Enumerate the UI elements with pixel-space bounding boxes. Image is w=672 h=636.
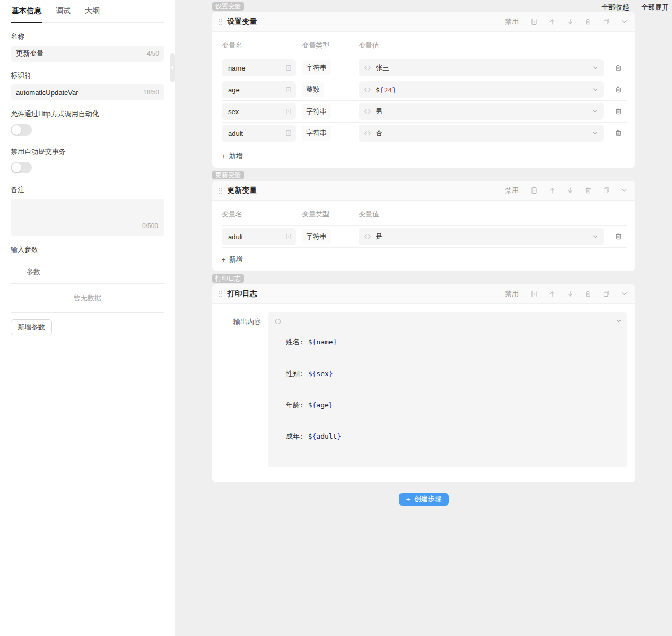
value-token: } xyxy=(392,86,396,94)
variable-picker-icon[interactable] xyxy=(285,108,292,115)
delete-step-icon[interactable] xyxy=(584,290,592,298)
copy-step-icon[interactable] xyxy=(603,187,610,194)
tab-debug[interactable]: 调试 xyxy=(55,5,72,22)
step-type-badge: 设置变量 xyxy=(212,2,244,11)
drag-handle-icon[interactable] xyxy=(217,17,223,27)
step-header: 打印日志 禁用 xyxy=(212,284,635,304)
document-icon[interactable] xyxy=(530,187,538,194)
create-step-button[interactable]: + 创建步骤 xyxy=(399,493,448,506)
value-token: 男 xyxy=(376,107,382,115)
arrow-up-icon[interactable] xyxy=(548,290,556,298)
sidebar-collapse-handle[interactable] xyxy=(170,53,175,82)
variable-picker-icon[interactable] xyxy=(285,233,292,240)
copy-step-icon[interactable] xyxy=(603,290,610,298)
variable-value-input[interactable]: 是 xyxy=(359,228,604,245)
delete-step-icon[interactable] xyxy=(584,187,592,194)
arrow-down-icon[interactable] xyxy=(566,290,574,298)
collapse-all-link[interactable]: 全部收起 xyxy=(601,3,629,12)
chevron-down-icon[interactable] xyxy=(592,108,598,115)
delete-row-icon[interactable] xyxy=(615,86,622,93)
col-variable-value: 变量值 xyxy=(359,41,604,50)
add-variable-button[interactable]: + 新增 xyxy=(222,144,243,162)
sidebar: 基本信息 调试 大纲 名称 更新变量 4/50 标识符 automaticUpd… xyxy=(0,0,175,636)
chevron-down-icon[interactable] xyxy=(616,318,622,324)
variable-row: adult 字符串 否 xyxy=(222,123,627,144)
tab-outline[interactable]: 大纲 xyxy=(84,5,101,22)
identifier-input[interactable]: automaticUpdateVar 18/50 xyxy=(11,84,164,100)
delete-row-icon[interactable] xyxy=(615,233,622,240)
variable-type-tag: 字符串 xyxy=(302,126,331,141)
value-token: 性别: $ xyxy=(286,370,312,378)
arrow-down-icon[interactable] xyxy=(566,18,574,25)
add-param-button[interactable]: 新增参数 xyxy=(11,319,52,335)
step-title: 更新变量 xyxy=(228,186,257,195)
autocommit-toggle[interactable] xyxy=(11,162,32,173)
variable-row: name 字符串 张三 xyxy=(222,57,627,79)
code-icon[interactable] xyxy=(364,86,371,93)
arrow-down-icon[interactable] xyxy=(566,187,574,194)
output-content-input[interactable]: 姓名: ${name} 性别: ${sex} 年龄: ${age} 成年: ${… xyxy=(268,312,627,467)
variable-value-text: ${24} xyxy=(376,86,588,94)
collapse-step-chevron-icon[interactable] xyxy=(621,290,628,298)
copy-step-icon[interactable] xyxy=(603,18,610,25)
variable-type-tag: 字符串 xyxy=(302,104,331,119)
code-icon[interactable] xyxy=(274,318,282,325)
variable-value-input[interactable]: 张三 xyxy=(359,59,604,76)
chevron-down-icon[interactable] xyxy=(592,86,598,93)
value-token: 年龄: $ xyxy=(286,401,312,409)
variable-value-input[interactable]: ${24} xyxy=(359,81,604,98)
params-empty-state: 暂无数据 xyxy=(11,284,164,313)
canvas-toolbar: 全部收起 全部展开 xyxy=(601,3,669,12)
remark-textarea[interactable]: 0/500 xyxy=(11,199,164,236)
plus-icon: + xyxy=(222,256,226,264)
disable-step-button[interactable]: 禁用 xyxy=(505,289,519,299)
variable-picker-icon[interactable] xyxy=(285,86,292,93)
document-icon[interactable] xyxy=(530,18,538,25)
variable-type-tag: 字符串 xyxy=(302,60,331,75)
expand-all-link[interactable]: 全部展开 xyxy=(641,3,669,12)
disable-step-button[interactable]: 禁用 xyxy=(505,186,519,195)
delete-step-icon[interactable] xyxy=(584,18,592,25)
value-token: adult xyxy=(316,432,337,440)
name-input[interactable]: 更新变量 4/50 xyxy=(11,46,164,62)
plus-icon: + xyxy=(222,152,226,160)
delete-row-icon[interactable] xyxy=(615,129,622,137)
document-icon[interactable] xyxy=(530,290,538,298)
code-icon[interactable] xyxy=(364,108,371,115)
drag-handle-icon[interactable] xyxy=(217,289,223,299)
col-variable-value: 变量值 xyxy=(359,210,604,219)
code-icon[interactable] xyxy=(364,233,371,240)
http-toggle[interactable] xyxy=(11,124,32,136)
variable-name-input[interactable]: adult xyxy=(222,228,296,245)
chevron-down-icon[interactable] xyxy=(592,233,598,240)
col-variable-type: 变量类型 xyxy=(302,210,353,219)
variable-value-input[interactable]: 否 xyxy=(359,125,604,142)
delete-row-icon[interactable] xyxy=(615,64,622,72)
delete-row-icon[interactable] xyxy=(615,108,622,115)
variable-value-input[interactable]: 男 xyxy=(359,103,604,120)
disable-step-button[interactable]: 禁用 xyxy=(505,17,519,27)
code-icon[interactable] xyxy=(364,64,371,72)
chevron-down-icon[interactable] xyxy=(592,130,598,136)
variable-picker-icon[interactable] xyxy=(285,65,292,71)
tab-basic-info[interactable]: 基本信息 xyxy=(11,5,42,23)
collapse-step-chevron-icon[interactable] xyxy=(621,18,628,25)
arrow-up-icon[interactable] xyxy=(548,187,556,194)
variables-table-header: 变量名 变量类型 变量值 xyxy=(222,32,627,57)
add-variable-button[interactable]: + 新增 xyxy=(222,248,243,266)
code-icon[interactable] xyxy=(364,129,371,137)
value-token: { xyxy=(380,86,384,94)
collapse-step-chevron-icon[interactable] xyxy=(621,187,628,194)
variable-type-tag: 整数 xyxy=(302,82,324,97)
variable-picker-icon[interactable] xyxy=(285,130,292,136)
variable-type-tag: 字符串 xyxy=(302,229,331,244)
drag-handle-icon[interactable] xyxy=(217,186,223,196)
input-params-label: 输入参数 xyxy=(11,245,164,255)
variable-name-input[interactable]: adult xyxy=(222,125,296,142)
variable-name-input[interactable]: sex xyxy=(222,103,296,120)
chevron-down-icon[interactable] xyxy=(592,65,598,71)
arrow-up-icon[interactable] xyxy=(548,18,556,25)
variable-name-input[interactable]: age xyxy=(222,81,296,98)
output-line: 姓名: ${name} xyxy=(286,337,341,347)
variable-name-input[interactable]: name xyxy=(222,59,296,76)
